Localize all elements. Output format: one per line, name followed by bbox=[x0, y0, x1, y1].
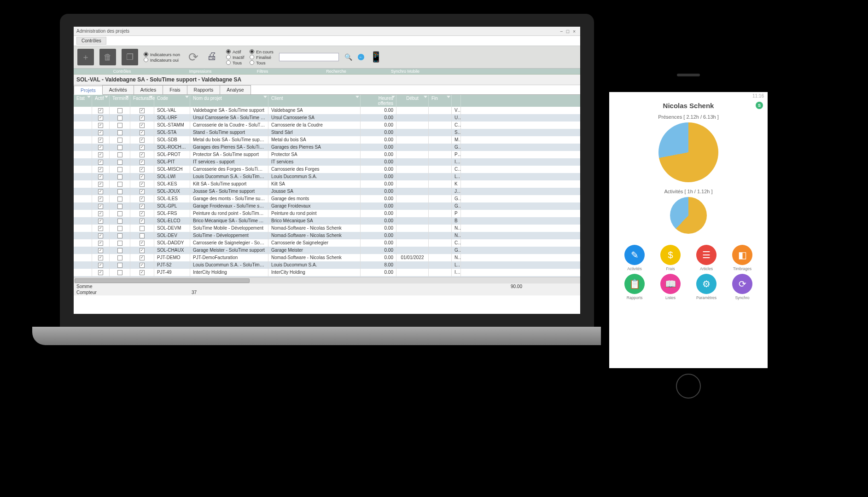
cell-termine[interactable] bbox=[110, 129, 130, 136]
search-input[interactable] bbox=[279, 53, 339, 61]
cell-actif[interactable]: ✓ bbox=[92, 173, 110, 180]
cell-facturable[interactable]: ✓ bbox=[130, 195, 154, 202]
cell-facturable[interactable]: ✓ bbox=[130, 217, 154, 225]
app-rapports[interactable]: 📋Rapports bbox=[618, 274, 652, 300]
cell-actif[interactable]: ✓ bbox=[92, 247, 110, 254]
table-row[interactable]: ✓✓SOL-GPLGarage Froidevaux - SoluTime su… bbox=[74, 202, 580, 210]
cell-facturable[interactable]: ✓ bbox=[130, 180, 154, 188]
maximize-button[interactable]: □ bbox=[565, 29, 571, 34]
cell-actif[interactable]: ✓ bbox=[92, 261, 110, 269]
col-code[interactable]: Code bbox=[154, 95, 190, 107]
col-debut[interactable]: Début bbox=[396, 95, 429, 107]
col-etat[interactable]: Etat bbox=[74, 95, 92, 107]
tab-articles[interactable]: Articles bbox=[134, 85, 163, 94]
cell-actif[interactable]: ✓ bbox=[92, 107, 110, 114]
table-row[interactable]: ✓✓SOL-FRSPeinture du rond point - SoluTi… bbox=[74, 210, 580, 217]
cell-actif[interactable]: ✓ bbox=[92, 180, 110, 188]
encours-radio[interactable] bbox=[250, 49, 254, 54]
horizontal-scrollbar[interactable] bbox=[74, 277, 580, 283]
ribbon-tab-controles[interactable]: Contrôles bbox=[76, 37, 106, 45]
cell-termine[interactable] bbox=[110, 180, 130, 188]
cell-termine[interactable] bbox=[110, 114, 130, 121]
cell-termine[interactable] bbox=[110, 261, 130, 269]
tab-projets[interactable]: Projets bbox=[74, 86, 103, 95]
finalise-radio[interactable] bbox=[250, 55, 254, 59]
cell-actif[interactable]: ✓ bbox=[92, 144, 110, 151]
cell-termine[interactable] bbox=[110, 136, 130, 144]
cell-actif[interactable]: ✓ bbox=[92, 166, 110, 173]
cell-termine[interactable] bbox=[110, 239, 130, 247]
cell-actif[interactable]: ✓ bbox=[92, 225, 110, 232]
cell-facturable[interactable]: ✓ bbox=[130, 151, 154, 158]
cell-facturable[interactable]: ✓ bbox=[130, 188, 154, 195]
col-client[interactable]: Client bbox=[268, 95, 361, 107]
cell-termine[interactable] bbox=[110, 158, 130, 166]
tab-rapports[interactable]: Rapports bbox=[187, 85, 221, 94]
tous2-radio[interactable] bbox=[250, 60, 254, 65]
indicators-off-radio[interactable] bbox=[144, 52, 148, 57]
inactif-radio[interactable] bbox=[226, 55, 231, 59]
cell-facturable[interactable]: ✓ bbox=[130, 166, 154, 173]
cell-facturable[interactable]: ✓ bbox=[130, 261, 154, 269]
cell-facturable[interactable]: ✓ bbox=[130, 136, 154, 144]
table-row[interactable]: ✓SOL-DEVSoluTime - DéveloppementNomad-So… bbox=[74, 232, 580, 239]
cell-actif[interactable]: ✓ bbox=[92, 129, 110, 136]
mobile-sync-icon[interactable]: 📱 bbox=[370, 51, 382, 63]
cell-termine[interactable] bbox=[110, 166, 130, 173]
cell-facturable[interactable]: ✓ bbox=[130, 107, 154, 114]
cell-actif[interactable]: ✓ bbox=[92, 269, 110, 276]
status-badge[interactable]: S bbox=[756, 102, 763, 109]
col-termine[interactable]: Terminé bbox=[110, 95, 130, 107]
col-heures[interactable]: Heures offertes bbox=[361, 95, 396, 107]
col-fin[interactable]: Fin bbox=[429, 95, 452, 107]
table-row[interactable]: ✓✓SOL-PROTProtector SA - SoluTime suppor… bbox=[74, 151, 580, 158]
cell-facturable[interactable]: ✓ bbox=[130, 202, 154, 210]
cell-facturable[interactable]: ✓ bbox=[130, 121, 154, 129]
table-row[interactable]: ✓✓SOL-ILESGarage des monts - SoluTime su… bbox=[74, 195, 580, 202]
tab-analyse[interactable]: Analyse bbox=[220, 85, 250, 94]
cell-actif[interactable]: ✓ bbox=[92, 151, 110, 158]
cell-actif[interactable]: ✓ bbox=[92, 232, 110, 239]
cell-facturable[interactable]: ✓ bbox=[130, 173, 154, 180]
tous1-radio[interactable] bbox=[226, 60, 231, 65]
cell-actif[interactable]: ✓ bbox=[92, 239, 110, 247]
col-facturable[interactable]: Facturable bbox=[130, 95, 154, 107]
add-button[interactable]: ＋ bbox=[77, 49, 94, 65]
table-row[interactable]: ✓✓SOL-STAMMCarrosserie de la Coudre - So… bbox=[74, 121, 580, 129]
cell-facturable[interactable]: ✓ bbox=[130, 254, 154, 261]
table-row[interactable]: ✓✓SOL-VALValdebagne SA - SoluTime suppor… bbox=[74, 107, 580, 114]
cell-termine[interactable] bbox=[110, 151, 130, 158]
table-row[interactable]: ✓✓SOL-STAStand - SoluTime supportStand S… bbox=[74, 129, 580, 136]
cell-termine[interactable] bbox=[110, 232, 130, 239]
cell-facturable[interactable] bbox=[130, 232, 154, 239]
app-synchro[interactable]: ⟳Synchro bbox=[725, 274, 759, 300]
cell-actif[interactable]: ✓ bbox=[92, 210, 110, 217]
cell-facturable[interactable]: ✓ bbox=[130, 129, 154, 136]
cell-termine[interactable] bbox=[110, 188, 130, 195]
cell-actif[interactable]: ✓ bbox=[92, 202, 110, 210]
table-row[interactable]: ✓✓SOL-KESKilt SA - SoluTime supportKilt … bbox=[74, 180, 580, 188]
table-row[interactable]: ✓✓SOL-URFUrsul Carrosserie SA - SoluTime… bbox=[74, 114, 580, 121]
cell-actif[interactable]: ✓ bbox=[92, 195, 110, 202]
table-row[interactable]: ✓✓PJT-DEMOPJT-DemoFacturationNomad-Softw… bbox=[74, 254, 580, 261]
col-nom[interactable]: Nom du projet bbox=[190, 95, 268, 107]
tab-activités[interactable]: Activités bbox=[102, 85, 134, 94]
cell-termine[interactable] bbox=[110, 195, 130, 202]
cell-termine[interactable] bbox=[110, 173, 130, 180]
actif-radio[interactable] bbox=[226, 49, 231, 54]
tab-frais[interactable]: Frais bbox=[163, 85, 187, 94]
copy-button[interactable]: ❐ bbox=[122, 49, 138, 65]
cell-facturable[interactable]: ✓ bbox=[130, 247, 154, 254]
table-row[interactable]: ✓SOL-DEVMSoluTime Mobile - Développement… bbox=[74, 225, 580, 232]
app-timbrages[interactable]: ◧Timbrages bbox=[725, 245, 759, 271]
cell-termine[interactable] bbox=[110, 107, 130, 114]
table-row[interactable]: ✓✓SOL-JOUXJousse SA - SoluTime supportJo… bbox=[74, 188, 580, 195]
app-articles[interactable]: ☰Articles bbox=[689, 245, 723, 271]
cell-actif[interactable]: ✓ bbox=[92, 217, 110, 225]
table-row[interactable]: ✓✓SOL-SDBMetal du bois SA - SoluTime sup… bbox=[74, 136, 580, 144]
cell-termine[interactable] bbox=[110, 247, 130, 254]
cell-termine[interactable] bbox=[110, 269, 130, 276]
cell-termine[interactable] bbox=[110, 144, 130, 151]
table-row[interactable]: ✓✓SOL-CHAUXGarage Meister - SoluTime sup… bbox=[74, 247, 580, 254]
cell-facturable[interactable]: ✓ bbox=[130, 239, 154, 247]
